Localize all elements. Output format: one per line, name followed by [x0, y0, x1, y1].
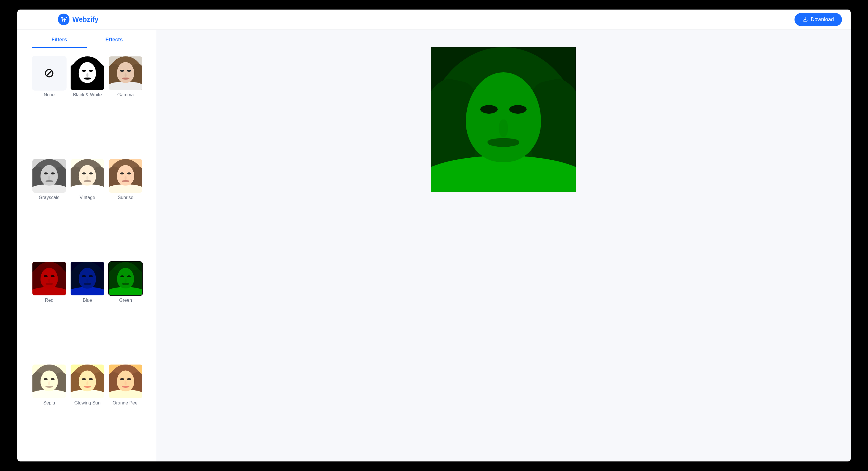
sidebar: Filters Effects None	[18, 30, 156, 462]
tab-effects-label: Effects	[105, 37, 123, 42]
filter-thumb-gamma	[108, 56, 143, 91]
logo-icon: W	[58, 13, 69, 25]
filter-sepia[interactable]: Sepia	[32, 364, 66, 462]
app-window: W Webzify Download Filters Effects	[18, 9, 850, 462]
body: Filters Effects None	[18, 30, 850, 462]
filter-label: Black & White	[73, 92, 102, 97]
filter-label: Red	[45, 298, 53, 303]
filter-thumb-glowing-sun	[70, 364, 105, 399]
filter-vintage[interactable]: Vintage	[70, 159, 105, 256]
none-icon	[44, 68, 54, 78]
filter-thumb-bw	[70, 56, 105, 91]
filter-orange-peel[interactable]: Orange Peel	[108, 364, 143, 462]
filter-label: Grayscale	[39, 195, 60, 200]
filter-label: Blue	[83, 298, 92, 303]
filter-label: Orange Peel	[113, 400, 138, 406]
filter-gamma[interactable]: Gamma	[108, 56, 143, 153]
filter-grid[interactable]: None Black & White Gamma	[18, 48, 156, 462]
filter-label: None	[44, 92, 55, 97]
filter-thumb-vintage	[70, 159, 105, 193]
header: W Webzify Download	[18, 9, 850, 30]
filter-label: Glowing Sun	[74, 400, 101, 406]
filter-label: Vintage	[80, 195, 95, 200]
filter-bw[interactable]: Black & White	[70, 56, 105, 153]
filter-thumb-sunrise	[108, 159, 143, 193]
filter-sunrise[interactable]: Sunrise	[108, 159, 143, 256]
filter-thumb-orange-peel	[108, 364, 143, 399]
filter-thumb-blue	[70, 261, 105, 296]
filter-red[interactable]: Red	[32, 261, 66, 359]
filter-thumb-sepia	[32, 364, 66, 399]
download-label: Download	[811, 17, 834, 23]
logo-text: Webzify	[72, 15, 98, 24]
tabs: Filters Effects	[18, 30, 156, 48]
tab-effects[interactable]: Effects	[87, 34, 142, 48]
preview-area	[156, 30, 850, 462]
download-button[interactable]: Download	[795, 13, 842, 26]
filter-green[interactable]: Green	[108, 261, 143, 359]
preview-image[interactable]	[431, 47, 576, 192]
logo[interactable]: W Webzify	[58, 13, 98, 25]
filter-label: Green	[119, 298, 132, 303]
logo-letter: W	[60, 15, 66, 24]
filter-glowing-sun[interactable]: Glowing Sun	[70, 364, 105, 462]
tab-filters[interactable]: Filters	[32, 34, 87, 48]
filter-none[interactable]: None	[32, 56, 66, 153]
filter-label: Sepia	[43, 400, 55, 406]
filter-thumb-grayscale	[32, 159, 66, 193]
filter-blue[interactable]: Blue	[70, 261, 105, 359]
filter-label: Sunrise	[118, 195, 133, 200]
download-icon	[803, 17, 808, 22]
svg-line-2	[46, 70, 52, 75]
tab-filters-label: Filters	[52, 37, 67, 42]
filter-grayscale[interactable]: Grayscale	[32, 159, 66, 256]
filter-label: Gamma	[118, 92, 134, 97]
filter-thumb-none	[32, 56, 66, 91]
filter-thumb-red	[32, 261, 66, 296]
filter-thumb-green	[108, 261, 143, 296]
